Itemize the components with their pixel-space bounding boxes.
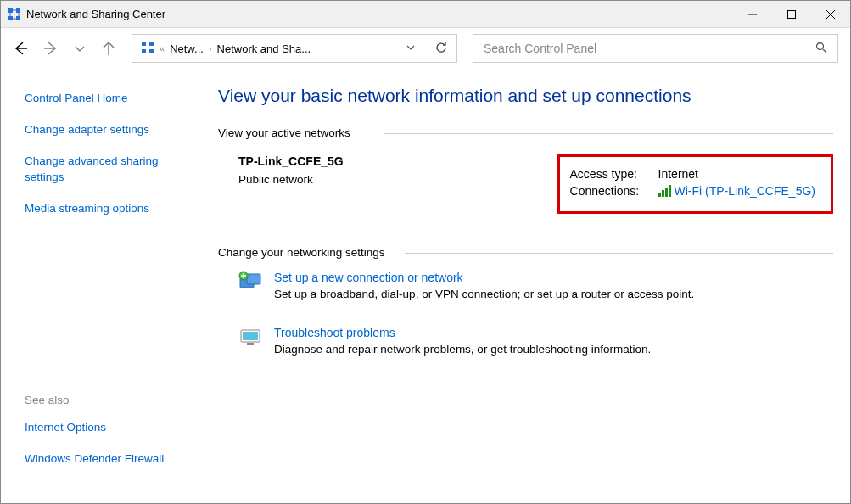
svg-rect-4 bbox=[788, 10, 796, 18]
access-type-value: Internet bbox=[658, 167, 698, 181]
forward-button[interactable] bbox=[43, 41, 59, 56]
see-also-section: See also Internet Options Windows Defend… bbox=[25, 394, 218, 503]
maximize-button[interactable] bbox=[772, 1, 811, 28]
network-center-icon bbox=[8, 8, 21, 21]
sidebar-link-media-streaming[interactable]: Media streaming options bbox=[25, 201, 218, 217]
setup-connection-item: Set up a new connection or network Set u… bbox=[238, 271, 833, 300]
setup-connection-link[interactable]: Set up a new connection or network bbox=[274, 271, 463, 284]
see-also-label: See also bbox=[25, 394, 218, 406]
settings-items: Set up a new connection or network Set u… bbox=[218, 271, 833, 356]
setup-connection-icon bbox=[238, 271, 262, 294]
window-title: Network and Sharing Center bbox=[26, 8, 165, 20]
svg-rect-0 bbox=[8, 8, 13, 13]
troubleshoot-link[interactable]: Troubleshoot problems bbox=[274, 326, 395, 339]
nav-arrows bbox=[13, 41, 116, 56]
svg-point-9 bbox=[817, 42, 824, 49]
signal-bars-icon bbox=[658, 185, 671, 197]
network-info-left: TP-Link_CCFE_5G Public network bbox=[218, 154, 344, 214]
svg-rect-3 bbox=[16, 16, 20, 20]
body: Control Panel Home Change adapter settin… bbox=[1, 69, 850, 503]
page-title: View your basic network information and … bbox=[218, 86, 833, 106]
change-settings-header: Change your networking settings bbox=[218, 246, 833, 259]
recent-dropdown-button[interactable] bbox=[74, 42, 86, 54]
active-network-row: TP-Link_CCFE_5G Public network Access ty… bbox=[218, 154, 833, 214]
access-type-label: Access type: bbox=[570, 167, 658, 181]
svg-rect-14 bbox=[243, 332, 258, 340]
setup-connection-desc: Set up a broadband, dial-up, or VPN conn… bbox=[274, 288, 694, 300]
svg-rect-5 bbox=[142, 42, 146, 46]
sidebar-link-advanced-sharing[interactable]: Change advanced sharing settings bbox=[25, 154, 177, 186]
svg-rect-15 bbox=[247, 343, 254, 345]
search-input[interactable] bbox=[484, 42, 815, 55]
close-button[interactable] bbox=[811, 1, 850, 28]
main-content: View your basic network information and … bbox=[218, 69, 850, 503]
sidebar-link-firewall[interactable]: Windows Defender Firewall bbox=[25, 451, 218, 468]
troubleshoot-desc: Diagnose and repair network problems, or… bbox=[274, 343, 651, 356]
minimize-button[interactable] bbox=[733, 1, 772, 28]
troubleshoot-item: Troubleshoot problems Diagnose and repai… bbox=[238, 326, 833, 356]
active-networks-header: View your active networks bbox=[218, 126, 833, 139]
breadcrumb-item[interactable]: Netw... bbox=[170, 42, 204, 55]
window-controls bbox=[733, 1, 850, 28]
breadcrumb-item[interactable]: Network and Sha... bbox=[217, 42, 311, 55]
svg-rect-7 bbox=[142, 49, 146, 53]
chevron-down-icon[interactable] bbox=[406, 42, 416, 55]
network-type: Public network bbox=[238, 173, 344, 186]
svg-rect-2 bbox=[8, 16, 13, 20]
back-button[interactable] bbox=[13, 41, 28, 56]
connection-link[interactable]: Wi-Fi (TP-Link_CCFE_5G) bbox=[675, 184, 815, 198]
svg-rect-11 bbox=[247, 274, 260, 284]
breadcrumb-prefix-icon: « bbox=[160, 43, 165, 53]
svg-rect-1 bbox=[16, 8, 20, 13]
sidebar: Control Panel Home Change adapter settin… bbox=[1, 69, 218, 503]
refresh-button[interactable] bbox=[434, 41, 448, 57]
network-details-box: Access type: Internet Connections: Wi-Fi… bbox=[557, 154, 833, 214]
connections-label: Connections: bbox=[570, 184, 658, 198]
svg-rect-6 bbox=[149, 42, 154, 46]
troubleshoot-icon bbox=[238, 326, 262, 350]
window: Network and Sharing Center « Netw... › N… bbox=[0, 0, 851, 504]
search-icon[interactable] bbox=[815, 42, 827, 56]
network-name: TP-Link_CCFE_5G bbox=[238, 154, 344, 168]
sidebar-link-home[interactable]: Control Panel Home bbox=[25, 91, 218, 107]
search-bar[interactable] bbox=[473, 34, 838, 63]
network-center-icon bbox=[141, 41, 154, 57]
toolbar: « Netw... › Network and Sha... bbox=[1, 28, 850, 69]
svg-rect-8 bbox=[149, 49, 154, 53]
sidebar-link-internet-options[interactable]: Internet Options bbox=[25, 420, 218, 436]
address-bar[interactable]: « Netw... › Network and Sha... bbox=[132, 34, 457, 63]
up-button[interactable] bbox=[101, 41, 116, 56]
sidebar-link-adapter[interactable]: Change adapter settings bbox=[25, 122, 218, 138]
titlebar: Network and Sharing Center bbox=[1, 1, 850, 28]
chevron-right-icon[interactable]: › bbox=[209, 43, 212, 53]
